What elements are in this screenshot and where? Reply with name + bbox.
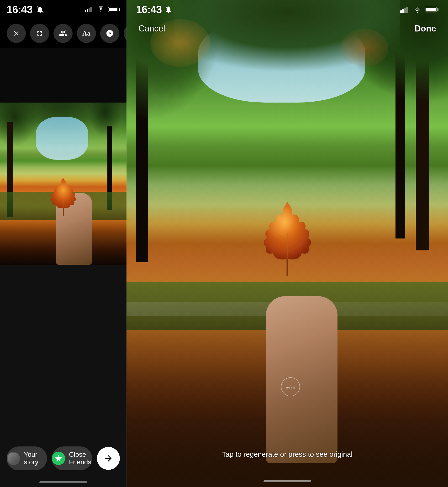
status-icons-right: [400, 6, 439, 13]
signal-icon-right: [400, 6, 410, 13]
wifi-icon-right: [413, 6, 422, 13]
status-bar-left: 16:43: [0, 0, 127, 19]
left-panel: 16:43: [0, 0, 127, 487]
home-bar-right: [264, 480, 311, 482]
signal-icon-left: [85, 6, 94, 13]
hint-text: Tap to regenerate or press to see origin…: [222, 450, 352, 458]
people-button[interactable]: [54, 24, 72, 43]
bell-slash-icon-left: [36, 6, 44, 13]
share-arrow-button[interactable]: [97, 447, 120, 470]
cancel-button[interactable]: Cancel: [138, 24, 165, 34]
toolbar: Aa ···: [0, 19, 127, 48]
panel-divider: [127, 0, 127, 487]
svg-rect-24: [402, 9, 404, 13]
leaf-left-container: [39, 173, 87, 227]
wifi-icon-left: [96, 6, 105, 13]
sky-left: [36, 117, 88, 160]
svg-point-7: [110, 32, 111, 33]
text-icon: Aa: [82, 30, 90, 37]
done-button[interactable]: Done: [415, 24, 436, 34]
status-bar-right: 16:43: [127, 0, 448, 19]
people-icon: [59, 29, 67, 38]
expand-button[interactable]: [30, 24, 49, 43]
svg-rect-23: [400, 10, 402, 13]
left-photo-area: [0, 102, 127, 265]
leaf-svg-left: [39, 173, 87, 226]
svg-rect-4: [90, 7, 92, 13]
svg-rect-26: [406, 7, 408, 13]
top-actions: Cancel Done: [127, 19, 448, 38]
svg-rect-1: [85, 10, 86, 12]
battery-left: [108, 7, 120, 12]
bottom-bar: Your story Close Friends: [0, 439, 127, 478]
close-friends-button[interactable]: Close Friends: [52, 447, 92, 470]
avatar-image: [8, 453, 19, 464]
svg-rect-2: [87, 9, 88, 13]
expand-icon: [36, 30, 43, 37]
left-bottom-dark: [0, 265, 127, 439]
svg-point-6: [108, 32, 109, 33]
time-right: 16:43: [136, 4, 162, 16]
text-button[interactable]: Aa: [77, 24, 96, 43]
your-story-label: Your story: [24, 451, 47, 466]
bell-slash-icon-right: [165, 6, 172, 13]
home-bar-left: [39, 481, 87, 483]
close-friends-label: Close Friends: [69, 451, 92, 466]
left-dark-top: [0, 48, 127, 102]
svg-rect-25: [404, 8, 406, 13]
arrow-right-icon: [104, 454, 113, 463]
battery-right: [425, 7, 439, 12]
sticker-icon: [106, 29, 114, 38]
home-indicator-right: [127, 480, 448, 482]
your-story-button[interactable]: Your story: [7, 447, 47, 470]
close-icon: [12, 30, 20, 37]
time-left: 16:43: [7, 4, 32, 16]
close-button[interactable]: [7, 24, 26, 43]
svg-rect-3: [88, 8, 90, 12]
star-icon: [54, 454, 63, 463]
close-friends-badge: [52, 452, 65, 465]
avatar: [7, 452, 20, 465]
home-indicator-left: [0, 478, 127, 487]
svg-point-27: [417, 12, 418, 13]
status-icons-left: [36, 6, 44, 13]
bottom-hint-area: Tap to regenerate or press to see origin…: [127, 450, 448, 458]
right-panel: AIIMAGINED 16:43: [127, 0, 448, 487]
right-ui-overlay: 16:43: [127, 0, 448, 487]
sticker-button[interactable]: [100, 24, 119, 43]
